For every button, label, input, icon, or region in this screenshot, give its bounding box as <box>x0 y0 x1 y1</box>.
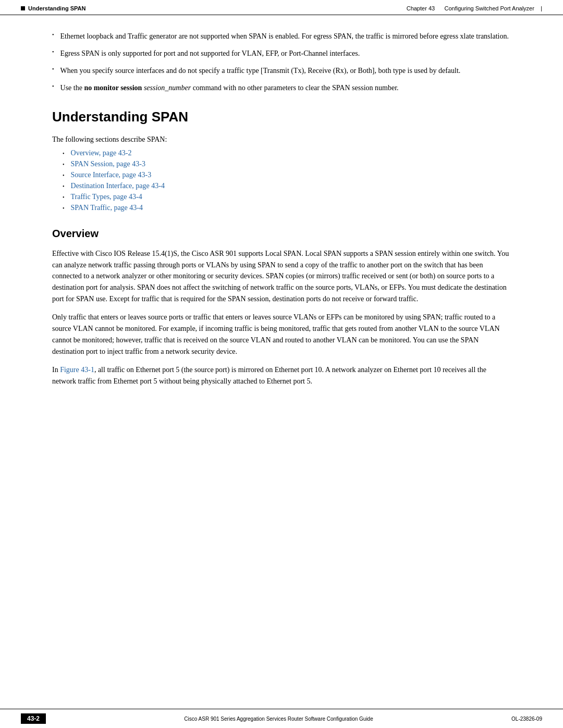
bullet-text-2: Egress SPAN is only supported for port a… <box>60 48 360 59</box>
footer-right-text: OL-23826-09 <box>511 716 542 722</box>
toc-item-2: • SPAN Session, page 43-3 <box>63 160 511 168</box>
header-right: Chapter 43 Configuring Switched Port Ana… <box>407 5 542 11</box>
overview-para-2: Only traffic that enters or leaves sourc… <box>52 312 511 357</box>
header-right-separator: | <box>541 5 542 11</box>
toc-dot-5: • <box>63 194 65 200</box>
page-header: Understanding SPAN Chapter 43 Configurin… <box>0 0 563 15</box>
header-section-label: Understanding SPAN <box>28 5 85 11</box>
toc-dot-6: • <box>63 205 65 211</box>
toc-link-span-session[interactable]: SPAN Session, page 43-3 <box>71 160 145 168</box>
toc-link-overview[interactable]: Overview, page 43-2 <box>71 149 132 157</box>
toc-item-1: • Overview, page 43-2 <box>63 149 511 157</box>
toc-item-5: • Traffic Types, page 43-4 <box>63 193 511 201</box>
bullet-item-1: • Ethernet loopback and Traffic generato… <box>52 31 511 42</box>
bullet-dot-1: • <box>52 32 54 38</box>
header-chapter-label: Chapter 43 <box>407 5 435 11</box>
toc-item-6: • SPAN Traffic, page 43-4 <box>63 204 511 212</box>
toc-dot-1: • <box>63 151 65 156</box>
bullet-dot-4: • <box>52 83 54 89</box>
bullet-item-3: • When you specify source interfaces and… <box>52 65 511 76</box>
toc-intro-text: The following sections describe SPAN: <box>52 135 511 144</box>
toc-item-3: • Source Interface, page 43-3 <box>63 171 511 179</box>
toc-link-source-interface[interactable]: Source Interface, page 43-3 <box>71 171 152 179</box>
intro-bullets: • Ethernet loopback and Traffic generato… <box>52 31 511 93</box>
toc-link-span-traffic[interactable]: SPAN Traffic, page 43-4 <box>71 204 143 212</box>
header-left: Understanding SPAN <box>21 5 85 11</box>
figure-link-43-1[interactable]: Figure 43-1 <box>60 366 94 374</box>
toc-link-traffic-types[interactable]: Traffic Types, page 43-4 <box>71 193 142 201</box>
toc-dot-3: • <box>63 172 65 178</box>
page-footer: 43-2 Cisco ASR 901 Series Aggregation Se… <box>0 709 563 728</box>
bullet-item-2: • Egress SPAN is only supported for port… <box>52 48 511 59</box>
toc-dot-2: • <box>63 162 65 167</box>
bullet-text-1: Ethernet loopback and Traffic generator … <box>60 31 509 42</box>
footer-center-text: Cisco ASR 901 Series Aggregation Service… <box>184 716 373 722</box>
bullet-dot-3: • <box>52 66 54 72</box>
toc-link-destination-interface[interactable]: Destination Interface, page 43-4 <box>71 182 165 190</box>
header-square-icon <box>21 6 25 10</box>
main-content: • Ethernet loopback and Traffic generato… <box>0 15 563 405</box>
understanding-span-heading: Understanding SPAN <box>52 109 511 125</box>
bullet-dot-2: • <box>52 49 54 55</box>
page-number: 43-2 <box>21 713 46 724</box>
bullet-text-4: Use the no monitor session session_numbe… <box>60 82 399 93</box>
overview-para-3: In Figure 43-1, all traffic on Ethernet … <box>52 364 511 387</box>
toc-list: • Overview, page 43-2 • SPAN Session, pa… <box>63 149 511 212</box>
bullet-item-4: • Use the no monitor session session_num… <box>52 82 511 93</box>
overview-heading: Overview <box>52 228 511 240</box>
toc-item-4: • Destination Interface, page 43-4 <box>63 182 511 190</box>
toc-dot-4: • <box>63 183 65 189</box>
bullet-text-3: When you specify source interfaces and d… <box>60 65 461 76</box>
overview-para-1: Effective with Cisco IOS Release 15.4(1)… <box>52 248 511 304</box>
header-chapter-title: Configuring Switched Port Analyzer <box>444 5 534 11</box>
